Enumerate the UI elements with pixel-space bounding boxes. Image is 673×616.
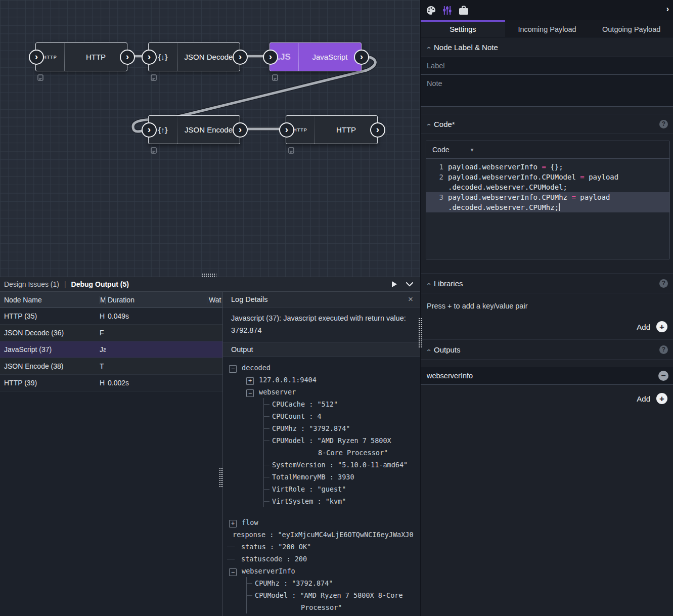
palette-icon[interactable] <box>426 6 436 15</box>
collapse-icon[interactable]: − <box>229 568 237 576</box>
tree-branch-tick <box>263 465 270 465</box>
section-outputs[interactable]: › Outputs ? <box>421 339 673 360</box>
output-name-input[interactable]: webserverInfo <box>421 367 673 385</box>
chevron-down-icon[interactable] <box>405 279 415 289</box>
expand-icon[interactable]: + <box>229 520 237 527</box>
code-mode-select[interactable]: Code <box>432 146 449 154</box>
add-library-button[interactable]: + <box>656 321 667 332</box>
help-icon[interactable]: ? <box>659 279 668 288</box>
code-area[interactable]: 1payload.webserverInfo = {};2payload.web… <box>426 159 669 259</box>
node-json-decode-36[interactable]: {↓} JSON Decode <box>148 42 240 71</box>
help-icon[interactable]: ? <box>659 345 668 354</box>
section-title: Node Label & Note <box>434 43 498 52</box>
port-out[interactable]: › <box>354 50 369 65</box>
port-in[interactable]: › <box>142 50 157 65</box>
table-row[interactable]: HTTP (35)H0.049s <box>0 308 222 325</box>
section-libraries[interactable]: › Libraries ? <box>421 273 673 293</box>
section-code[interactable]: › Code* ? <box>421 114 673 134</box>
node-http-39[interactable]: HTTP HTTP <box>286 115 378 144</box>
port-in[interactable]: › <box>279 122 294 138</box>
code-line[interactable]: .decoded.webserver.CPUModel; <box>426 182 669 192</box>
code-line[interactable]: .decoded.webserver.CPUMhz; <box>426 202 669 212</box>
briefcase-icon[interactable] <box>459 6 469 15</box>
tab-outgoing-payload[interactable]: Outgoing Payload <box>589 20 673 37</box>
tree-row: −webserverInfo <box>223 565 420 577</box>
log-message: Javascript (37): Javascript executed wit… <box>223 307 420 342</box>
panel-collapse-icon[interactable]: › <box>666 5 669 14</box>
column-message[interactable]: Message <box>100 296 106 304</box>
tree-row: status : "200 OK" <box>223 541 420 553</box>
tree-node-text: decoded <box>242 364 271 372</box>
port-out[interactable]: › <box>120 50 135 65</box>
tree-guide-line <box>263 447 264 459</box>
node-json-encode-38[interactable]: {↑} JSON Encode <box>148 115 240 144</box>
tab-settings[interactable]: Settings <box>421 20 505 37</box>
note-icon[interactable] <box>272 74 278 81</box>
port-out[interactable]: › <box>233 50 248 65</box>
vertical-resize-handle[interactable] <box>219 467 222 487</box>
node-settings-panel: › Settings Incoming Payload Outgoing Pay… <box>420 0 673 616</box>
close-icon[interactable]: × <box>408 294 413 304</box>
port-in[interactable]: › <box>263 50 278 65</box>
json-decode-icon: {↓} <box>158 53 167 61</box>
tree-branch-tick <box>246 595 252 596</box>
chevron-up-icon: › <box>424 123 432 126</box>
note-input[interactable] <box>421 75 673 107</box>
code-line[interactable]: 1payload.webserverInfo = {}; <box>426 162 669 172</box>
vertical-resize-handle[interactable] <box>418 318 422 348</box>
debug-output-table: Node Name Message Duration Wat HTTP (35)… <box>0 292 222 616</box>
note-icon[interactable] <box>151 147 157 154</box>
collapse-icon[interactable]: − <box>229 365 237 373</box>
column-duration[interactable]: Duration <box>106 296 207 304</box>
cell-msg: H <box>100 379 106 387</box>
port-out[interactable]: › <box>233 122 248 138</box>
code-line[interactable]: 3payload.webserverInfo.CPUMhz = payload <box>426 192 669 202</box>
tab-debug-output[interactable]: Debug Output (5) <box>71 280 129 288</box>
cell-msg: Javascript executed with return value: 3… <box>100 345 106 354</box>
horizontal-resize-handle[interactable] <box>201 273 216 277</box>
tree-node-text: CPUModel : "AMD Ryzen 7 5800X 8-Core <box>255 591 403 599</box>
tree-row: VirtSystem : "kvm" <box>223 495 420 507</box>
collapse-icon[interactable]: − <box>246 389 254 397</box>
table-row[interactable]: JSON Decode (36)F <box>0 325 222 341</box>
note-icon[interactable] <box>37 74 43 81</box>
tab-separator: | <box>64 280 66 288</box>
line-number <box>426 182 448 192</box>
bottom-panel: Design Issues (1) | Debug Output (5) Nod… <box>0 277 420 616</box>
add-output-button[interactable]: + <box>656 393 667 404</box>
section-title: Outputs <box>434 345 461 354</box>
play-icon[interactable] <box>389 279 399 289</box>
table-row[interactable]: JavaScript (37)Javascript executed with … <box>0 341 222 358</box>
tab-design-issues[interactable]: Design Issues (1) <box>4 280 59 288</box>
sliders-icon[interactable] <box>442 6 452 15</box>
workflow-canvas[interactable]: HTTP HTTP {↓} JSON Decode .JS JavaScript… <box>0 0 420 277</box>
tree-node-text: flow <box>242 518 258 526</box>
column-node-name[interactable]: Node Name <box>0 296 100 304</box>
port-in[interactable]: › <box>29 50 44 65</box>
tree-node-text: response : "eyIxMjcuMC4wLjE6OTQwNCI6eyJW… <box>233 531 414 539</box>
table-row[interactable]: HTTP (39)H0.002s <box>0 375 222 391</box>
note-icon[interactable] <box>288 147 294 154</box>
tree-branch-tick <box>263 416 270 417</box>
table-row[interactable]: JSON Encode (38)T <box>0 358 222 375</box>
tree-row: CPUMhz : "3792.874" <box>223 577 420 589</box>
code-editor[interactable]: Code ▾ 1payload.webserverInfo = {};2payl… <box>426 141 670 259</box>
note-icon[interactable] <box>151 74 157 81</box>
node-http-35[interactable]: HTTP HTTP <box>35 42 127 71</box>
panel-tabs: Settings Incoming Payload Outgoing Paylo… <box>421 20 673 37</box>
column-watch[interactable]: Wat <box>207 296 222 304</box>
tree-node-text: CPUMhz : "3792.874" <box>255 579 333 587</box>
debug-toolbar: Design Issues (1) | Debug Output (5) <box>0 277 420 292</box>
label-input[interactable] <box>421 57 673 75</box>
node-javascript-37[interactable]: .JS JavaScript <box>270 42 362 71</box>
section-title: Libraries <box>434 279 463 288</box>
port-in[interactable]: › <box>142 122 157 138</box>
help-icon[interactable]: ? <box>659 120 668 128</box>
section-node-label-note[interactable]: › Node Label & Note <box>421 37 673 57</box>
remove-output-button[interactable]: − <box>658 371 668 381</box>
cell-msg: T <box>100 362 106 370</box>
code-line[interactable]: 2payload.webserverInfo.CPUModel = payloa… <box>426 172 669 182</box>
port-out[interactable]: › <box>370 122 385 138</box>
tab-incoming-payload[interactable]: Incoming Payload <box>505 20 590 37</box>
expand-icon[interactable]: + <box>246 377 254 385</box>
